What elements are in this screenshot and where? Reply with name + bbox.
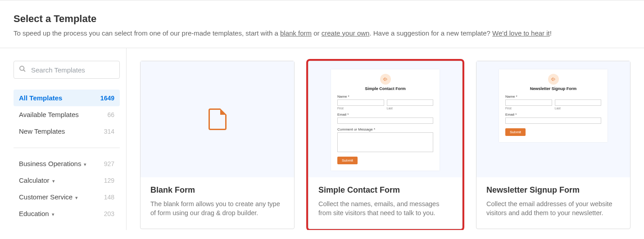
filter-count: 1649 [100,95,114,102]
chevron-down-icon: ▾ [52,178,55,184]
form-preview-sheet: Simple Contact Form Name * FirstLast Ema… [331,69,440,171]
template-title: Blank Form [150,185,284,195]
category-count: 927 [104,160,114,167]
subtitle-text: ! [550,29,552,37]
category-item-business-operations[interactable]: Business Operations▾927 [14,155,120,172]
card-body: Blank Form The blank form allows you to … [141,177,294,229]
template-preview: Newsletter Signup Form Name * FirstLast … [476,61,630,177]
category-label: Calculator [19,176,50,184]
filter-count: 314 [104,128,114,135]
divider [14,148,120,148]
form-preview-sublabel: First [337,107,384,110]
file-icon [209,108,227,130]
template-description: Collect the email addresses of your webs… [486,199,620,218]
form-preview-input [337,99,384,106]
search-input[interactable] [14,61,120,79]
svg-point-0 [20,66,24,70]
page-header: Select a Template To speed up the proces… [0,0,644,48]
search-icon [19,65,26,74]
template-card-newsletter-signup-form[interactable]: Newsletter Signup Form Name * FirstLast … [476,61,630,229]
template-description: Collect the names, emails, and messages … [318,199,452,218]
template-title: Newsletter Signup Form [486,185,620,195]
form-preview-label: Email * [505,113,601,117]
form-preview-input [505,117,601,124]
form-preview-input [387,99,434,106]
template-grid: Blank Form The blank form allows you to … [140,61,630,229]
page-title: Select a Template [14,13,630,25]
subtitle-text: To speed up the process you can select f… [14,29,280,37]
form-preview-input [337,117,433,124]
template-preview [141,61,294,177]
category-item-customer-service[interactable]: Customer Service▾148 [14,189,120,205]
template-description: The blank form allows you to create any … [150,199,284,218]
category-count: 203 [104,210,114,217]
template-card-simple-contact-form[interactable]: Simple Contact Form Name * FirstLast Ema… [308,61,463,229]
form-preview-textarea [337,132,433,152]
chevron-down-icon: ▾ [52,212,54,217]
category-label: Education [19,210,49,217]
category-count: 129 [104,177,114,184]
filter-list: All Templates1649Available Templates66Ne… [14,90,120,140]
form-preview-label: Name * [505,95,601,99]
category-label: Customer Service [19,193,73,201]
form-preview-input [555,99,602,106]
form-preview-sublabel: First [505,107,552,110]
filter-item-new-templates[interactable]: New Templates314 [14,123,120,140]
content-area: Blank Form The blank form allows you to … [127,48,644,230]
category-count: 148 [104,194,114,201]
template-card-blank-form[interactable]: Blank Form The blank form allows you to … [140,61,295,229]
filter-label: Available Templates [19,111,79,118]
category-list: Business Operations▾927Calculator▾129Cus… [14,155,120,222]
form-preview-title: Newsletter Signup Form [505,86,601,91]
sidebar: All Templates1649Available Templates66Ne… [0,48,127,230]
form-preview-sheet: Newsletter Signup Form Name * FirstLast … [499,69,608,142]
form-preview-label: Email * [337,113,433,117]
category-label: Business Operations [19,160,81,167]
megaphone-icon [548,74,559,85]
filter-label: All Templates [19,94,62,102]
subtitle-text: or [312,29,322,37]
filter-item-all-templates[interactable]: All Templates1649 [14,90,120,106]
filter-label: New Templates [19,127,65,135]
filter-count: 66 [107,111,114,118]
chevron-down-icon: ▾ [75,195,78,201]
form-preview-label: Comment or Message * [337,127,433,131]
feedback-link[interactable]: We'd love to hear it [492,29,550,37]
create-your-own-link[interactable]: create your own [322,29,370,37]
template-title: Simple Contact Form [318,185,452,195]
filter-item-available-templates[interactable]: Available Templates66 [14,106,120,123]
form-preview-submit: Submit [337,157,358,164]
search-container [14,61,120,79]
svg-line-1 [23,70,25,72]
card-body: Simple Contact Form Collect the names, e… [308,177,462,229]
megaphone-icon [380,74,391,85]
category-item-calculator[interactable]: Calculator▾129 [14,172,120,189]
form-preview-title: Simple Contact Form [337,86,433,91]
form-preview-input [505,99,552,106]
form-preview-submit: Submit [505,128,526,136]
card-body: Newsletter Signup Form Collect the email… [476,177,630,229]
template-preview: Simple Contact Form Name * FirstLast Ema… [308,61,462,177]
subtitle-text: . Have a suggestion for a new template? [369,29,492,37]
page-subtitle: To speed up the process you can select f… [14,29,630,37]
form-preview-sublabel: Last [387,107,434,110]
chevron-down-icon: ▾ [84,162,86,167]
blank-form-link[interactable]: blank form [280,29,312,37]
form-preview-sublabel: Last [555,107,602,110]
category-item-education[interactable]: Education▾203 [14,205,120,222]
form-preview-label: Name * [337,95,433,99]
